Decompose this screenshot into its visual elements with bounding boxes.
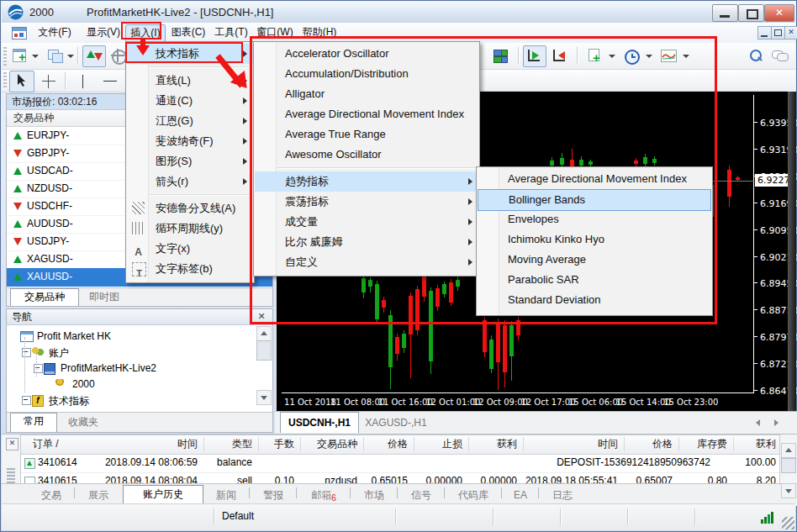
close-button[interactable]: ✕ — [764, 4, 794, 22]
menubar-item-4[interactable]: 工具(T) — [211, 24, 251, 40]
market-watch-toggle-button[interactable] — [82, 45, 106, 67]
plus-icon: + — [18, 50, 26, 63]
menu-item-图形-s-[interactable]: 图形(S) — [127, 151, 253, 171]
chart-tab-usdcnh[interactable]: USDCNH-,H1 — [280, 412, 359, 433]
vertical-line-button[interactable] — [71, 71, 96, 92]
horizontal-line-button[interactable] — [98, 71, 123, 92]
terminal-column-0[interactable]: 订单 / — [33, 435, 59, 453]
arrow-up-icon — [13, 132, 22, 140]
tab-separator — [538, 487, 539, 498]
status-separator — [694, 508, 696, 525]
date-axis[interactable]: 11 Oct 201811 Oct 08:0011 Oct 16:0012 Oc… — [277, 394, 788, 411]
terminal-column-2[interactable]: 类型 — [232, 435, 252, 453]
toolbar-grip[interactable] — [3, 72, 7, 89]
menu-item-箭头-r-[interactable]: 箭头(r) — [127, 171, 253, 192]
terminal-tab-4[interactable]: 警报 — [252, 487, 294, 503]
terminal-column-10[interactable]: 库存费 — [697, 435, 727, 453]
date-label: 11 Oct 08:00 — [330, 398, 385, 407]
terminal-column-7[interactable]: 获利 — [497, 435, 517, 453]
new-chart-button[interactable]: + — [8, 45, 32, 67]
tree-item-3[interactable]: 2000 — [7, 377, 258, 392]
app-logo-icon — [8, 4, 24, 20]
terminal-column-1[interactable]: 时间 — [177, 435, 198, 453]
restore-button[interactable] — [738, 4, 764, 22]
mdi-restore-button[interactable] — [771, 26, 785, 40]
symbol-name: AUDUSD- — [27, 215, 73, 233]
profiles-dropdown[interactable] — [67, 55, 74, 58]
price-tick — [754, 122, 757, 123]
mdi-close-button[interactable]: ✕ — [784, 26, 797, 40]
terminal-tab-7[interactable]: 信号 — [400, 487, 442, 503]
tree-item-4[interactable]: f技术指标 — [7, 392, 258, 408]
terminal-scroll-up[interactable] — [781, 443, 796, 458]
menubar-item-3[interactable]: 图表(C) — [167, 24, 209, 40]
tree-item-1[interactable]: 账户 — [7, 345, 258, 361]
chart-tab-scroll-left[interactable] — [756, 419, 760, 426]
menu-item-通道-c-[interactable]: 通道(C) — [127, 91, 253, 111]
minimize-button[interactable] — [712, 4, 738, 22]
terminal-tab-8[interactable]: 代码库 — [447, 487, 499, 503]
terminal-column-divider — [678, 437, 679, 451]
terminal-tab-6[interactable]: 市场 — [353, 487, 395, 503]
tree-expander[interactable] — [22, 396, 31, 405]
menu-item-江恩-g-[interactable]: 江恩(G) — [127, 111, 253, 131]
menubar-item-0[interactable]: 文件(F) — [34, 24, 76, 40]
terminal-tab-9[interactable]: EA — [504, 487, 536, 503]
terminal-table: 订单 /时间类型手数交易品种价格止损获利时间价格库存费获利 3410614201… — [20, 435, 780, 487]
terminal-scroll-down[interactable] — [781, 483, 796, 498]
menu-item-label: 箭头(r) — [156, 171, 188, 192]
tab-symbols[interactable]: 交易品种 — [10, 288, 79, 306]
statusbar: Default — [2, 503, 795, 530]
tab-common[interactable]: 常用 — [10, 413, 57, 432]
menubar-item-1[interactable]: 显示(V) — [82, 24, 124, 40]
menu-item-文字标签-b-[interactable]: 文字标签(b)T — [127, 259, 253, 279]
terminal-row[interactable]: 34106142018.09.14 08:06:59balanceDEPOSIT… — [21, 454, 779, 473]
mdi-minimize-button[interactable] — [757, 26, 772, 40]
tab-tick-chart[interactable]: 即时图 — [79, 289, 129, 305]
terminal-column-11[interactable]: 获利 — [756, 435, 776, 453]
navigator-scroll-thumb[interactable] — [256, 340, 272, 361]
crosshair-button[interactable] — [36, 71, 61, 92]
tree-expander[interactable] — [22, 348, 31, 357]
terminal-tab-0[interactable]: 交易 — [30, 487, 72, 503]
tree-item-2[interactable]: ProfitMarketHK-Live2 — [7, 361, 258, 377]
menu-item-文字-x-[interactable]: 文字(x)A — [127, 239, 253, 259]
profiles-button[interactable] — [44, 45, 67, 67]
terminal-tab-2[interactable]: 账户历史 — [123, 485, 203, 504]
toolbar-separator — [65, 72, 66, 89]
terminal-column-5[interactable]: 价格 — [388, 435, 408, 453]
community-chat-button[interactable] — [768, 45, 792, 67]
navigator-scroll-down[interactable] — [256, 390, 272, 405]
terminal-tab-5[interactable]: 邮箱6 — [299, 487, 348, 503]
terminal-scroll-thumb[interactable] — [781, 458, 796, 473]
terminal-column-9[interactable]: 价格 — [652, 435, 673, 453]
price-tick — [754, 203, 757, 203]
menu-item-斐波纳奇-f-[interactable]: 斐波纳奇(F) — [127, 131, 253, 151]
tree-expander[interactable] — [34, 364, 43, 373]
chart-tab-xagusd[interactable]: XAGUSD-,H1 — [359, 413, 433, 432]
new-chart-dropdown[interactable] — [32, 55, 39, 58]
terminal-tab-3[interactable]: 新闻 — [205, 487, 247, 503]
terminal-cell: 2018.09.14 08:06:59 — [105, 454, 198, 471]
toolbar-grip[interactable] — [3, 47, 7, 66]
terminal-tab-10[interactable]: 日志 — [541, 487, 583, 503]
tree-item-0[interactable]: Profit Market HK — [7, 329, 258, 345]
search-button[interactable] — [745, 45, 768, 67]
tree-accounts-icon — [32, 347, 44, 356]
menu-item-安德鲁分叉线-a-[interactable]: 安德鲁分叉线(A) — [127, 198, 253, 219]
terminal-close-button[interactable]: ✕ — [6, 438, 18, 450]
terminal-column-4[interactable]: 交易品种 — [317, 435, 357, 453]
cursor-button[interactable] — [9, 71, 34, 92]
chart-tab-scroll-right[interactable] — [774, 419, 779, 426]
terminal-column-3[interactable]: 手数 — [274, 435, 294, 453]
terminal-column-6[interactable]: 止损 — [442, 435, 462, 453]
resize-grip[interactable] — [782, 517, 794, 529]
terminal-tabstrip: 交易展示账户历史新闻警报邮箱6市场信号代码库EA日志 — [2, 483, 797, 504]
menu-item-循环周期线-y-[interactable]: 循环周期线(y) — [127, 219, 253, 239]
navigator-scroll-up[interactable] — [256, 326, 272, 341]
terminal-tab-1[interactable]: 展示 — [77, 487, 119, 503]
profile-name[interactable]: Default — [222, 510, 254, 522]
tab-favorites[interactable]: 收藏夹 — [57, 414, 109, 430]
terminal-column-8[interactable]: 时间 — [598, 435, 618, 453]
menu-item-label: 安德鲁分叉线(A) — [156, 198, 235, 219]
